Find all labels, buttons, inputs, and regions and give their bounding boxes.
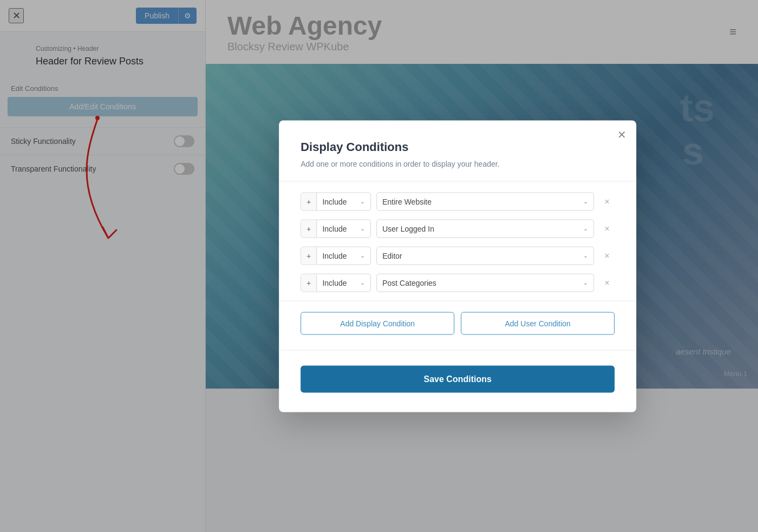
condition-type-select-0[interactable]: + Include ⌄ [300, 192, 371, 211]
condition-value-arrow-3: ⌄ [583, 279, 588, 286]
modal-divider-top [279, 181, 636, 181]
condition-type-arrow-2: ⌄ [355, 248, 370, 264]
condition-type-select-3[interactable]: + Include ⌄ [300, 273, 371, 292]
condition-type-select-2[interactable]: + Include ⌄ [300, 246, 371, 265]
display-conditions-modal: ✕ Display Conditions Add one or more con… [279, 120, 636, 412]
condition-value-text-2: Editor [382, 251, 583, 260]
condition-remove-1[interactable]: × [599, 221, 615, 236]
add-user-condition-button[interactable]: Add User Condition [461, 312, 615, 334]
condition-value-arrow-2: ⌄ [583, 252, 588, 259]
condition-row-2: + Include ⌄ Editor ⌄ × [300, 246, 615, 265]
condition-remove-0[interactable]: × [599, 194, 615, 209]
condition-type-arrow-3: ⌄ [355, 275, 370, 291]
condition-row-3: + Include ⌄ Post Categories ⌄ × [300, 273, 615, 292]
modal-description: Add one or more conditions in order to d… [300, 159, 615, 168]
add-display-condition-button[interactable]: Add Display Condition [300, 312, 454, 334]
condition-value-arrow-1: ⌄ [583, 225, 588, 232]
condition-value-select-2[interactable]: Editor ⌄ [376, 246, 594, 265]
condition-type-arrow-0: ⌄ [355, 194, 370, 209]
condition-plus-3: + [301, 274, 317, 291]
condition-remove-2[interactable]: × [599, 248, 615, 263]
condition-type-value-0: Include [317, 193, 355, 210]
condition-row-0: + Include ⌄ Entire Website ⌄ × [300, 192, 615, 211]
condition-remove-3[interactable]: × [599, 275, 615, 290]
condition-plus-2: + [301, 247, 317, 264]
condition-type-arrow-1: ⌄ [355, 221, 370, 237]
condition-type-value-3: Include [317, 274, 355, 291]
save-conditions-button[interactable]: Save Conditions [300, 365, 615, 392]
condition-value-text-3: Post Categories [382, 278, 583, 287]
condition-value-text-0: Entire Website [382, 197, 583, 206]
modal-action-row: Add Display Condition Add User Condition [300, 312, 615, 334]
condition-value-select-1[interactable]: User Logged In ⌄ [376, 219, 594, 238]
condition-type-value-1: Include [317, 220, 355, 237]
condition-value-select-3[interactable]: Post Categories ⌄ [376, 273, 594, 292]
condition-value-select-0[interactable]: Entire Website ⌄ [376, 192, 594, 211]
condition-value-text-1: User Logged In [382, 224, 583, 233]
condition-plus-0: + [301, 193, 317, 210]
condition-plus-1: + [301, 220, 317, 237]
modal-title: Display Conditions [300, 140, 615, 154]
condition-type-select-1[interactable]: + Include ⌄ [300, 219, 371, 238]
modal-divider-bottom [279, 350, 636, 350]
condition-row-1: + Include ⌄ User Logged In ⌄ × [300, 219, 615, 238]
condition-type-value-2: Include [317, 247, 355, 264]
condition-value-arrow-0: ⌄ [583, 198, 588, 205]
modal-divider-middle [279, 300, 636, 301]
modal-close-button[interactable]: ✕ [617, 129, 626, 140]
